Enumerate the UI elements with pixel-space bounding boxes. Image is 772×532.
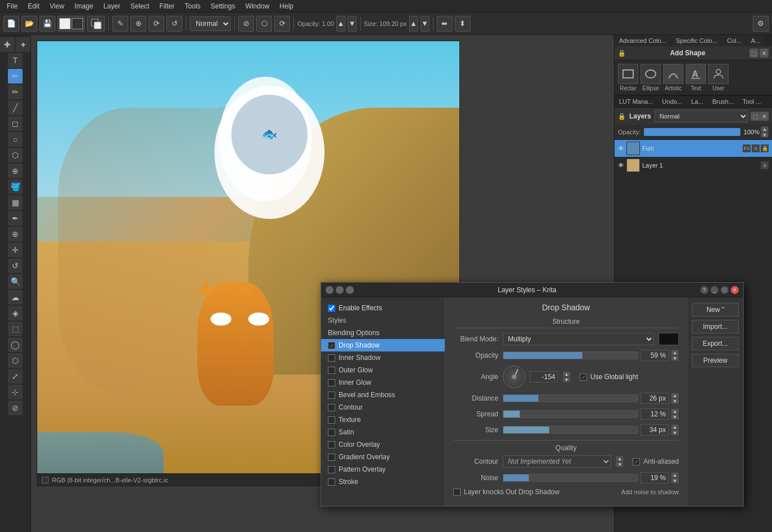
close-panel-btn[interactable]: ✕ — [760, 49, 769, 58]
polygon-tool[interactable]: ⬡ — [8, 148, 23, 162]
mirror-h-btn[interactable]: ⬌ — [437, 16, 453, 32]
layer-knocks-checkbox[interactable] — [453, 489, 460, 496]
noise-spin-up[interactable]: ▲ — [671, 472, 679, 478]
contour-item[interactable]: Contour — [321, 401, 445, 414]
layers-close-btn[interactable]: ✕ — [760, 112, 769, 121]
texture-item[interactable]: Texture — [321, 414, 445, 426]
import-button[interactable]: Import... — [692, 320, 739, 333]
bevel-emboss-check[interactable] — [328, 392, 335, 399]
tool-btn-2[interactable]: ✎ — [112, 16, 128, 32]
blend-mode-select[interactable]: Normal — [190, 16, 231, 31]
settings-btn[interactable]: ⚙ — [753, 16, 769, 32]
ellipse-tool[interactable]: ○ — [8, 132, 23, 147]
move-tool[interactable]: ✛ — [8, 243, 23, 257]
la-tab[interactable]: La... — [687, 96, 708, 107]
brush-tab[interactable]: Brush... — [708, 96, 738, 107]
dialog-circle-btn2[interactable] — [336, 286, 344, 294]
opacity-slider-dialog[interactable] — [503, 351, 638, 359]
gradient-overlay-check[interactable] — [328, 454, 335, 461]
pan-tool[interactable]: ☁ — [8, 290, 23, 305]
lock-layer-icon[interactable]: 🔒 — [761, 144, 769, 152]
float-btn[interactable]: ⬚ — [749, 49, 758, 58]
smart-patch-tool[interactable]: ◈ — [8, 306, 23, 320]
blend-color-swatch[interactable] — [659, 333, 679, 345]
contour-check[interactable] — [328, 404, 335, 411]
drop-shadow-check[interactable] — [328, 342, 335, 349]
mirror-v-btn[interactable]: ⬍ — [455, 16, 471, 32]
spread-spin-down[interactable]: ▼ — [671, 414, 679, 420]
selection-ellipse[interactable]: ◯ — [8, 337, 23, 352]
assistant-tool[interactable]: ⊹ — [8, 385, 23, 399]
text-shape-tool[interactable]: A Text — [686, 64, 706, 91]
alpha-icon[interactable]: α — [752, 144, 760, 152]
menu-layer[interactable]: Layer — [99, 1, 125, 11]
blend-mode-select-dialog[interactable]: Multiply — [503, 333, 654, 345]
preserve-alpha-btn[interactable]: ⬡ — [256, 16, 272, 32]
bevel-emboss-item[interactable]: Bevel and Emboss — [321, 389, 445, 401]
col-tab[interactable]: Col... — [722, 35, 746, 46]
new-doc-button[interactable]: 📄 — [3, 16, 19, 32]
layers-float-btn[interactable]: ⬚ — [751, 112, 760, 121]
export-button[interactable]: Export... — [692, 337, 739, 350]
layer-1[interactable]: 👁 Layer 1 α — [615, 157, 772, 174]
angle-spin-up[interactable]: ▲ — [563, 371, 571, 377]
brush-preset-btn[interactable] — [58, 16, 85, 32]
outer-glow-check[interactable] — [328, 367, 335, 374]
opacity-up[interactable]: ▲ — [336, 16, 345, 32]
size-spin-down[interactable]: ▼ — [671, 430, 679, 436]
menu-file[interactable]: File — [2, 1, 22, 11]
open-button[interactable]: 📂 — [21, 16, 37, 32]
menu-image[interactable]: Image — [70, 1, 98, 11]
eraser-tool[interactable]: ✏ — [8, 85, 23, 99]
use-global-light-checkbox[interactable] — [580, 373, 587, 381]
noise-slider[interactable] — [503, 474, 638, 482]
noise-spin-down[interactable]: ▼ — [671, 478, 679, 483]
tool-tab[interactable]: Tool ... — [738, 96, 765, 107]
contour-spin-down[interactable]: ▼ — [616, 461, 624, 467]
specific-color-tab[interactable]: Specific Colo... — [672, 35, 722, 46]
angle-spin-down[interactable]: ▼ — [563, 377, 571, 382]
size-spin-up[interactable]: ▲ — [671, 424, 679, 430]
preview-button[interactable]: Preview — [692, 354, 739, 367]
selection-rect[interactable]: ⬚ — [8, 322, 23, 336]
dist-spin-down[interactable]: ▼ — [671, 398, 679, 404]
inner-shadow-check[interactable] — [328, 354, 335, 362]
dialog-max-btn[interactable]: □ — [721, 286, 729, 294]
size-slider[interactable] — [503, 426, 638, 434]
dialog-min-btn[interactable]: _ — [710, 286, 718, 294]
rotate-tool[interactable]: ↺ — [8, 258, 23, 273]
dialog-circle-btn1[interactable] — [326, 286, 334, 294]
distance-slider[interactable] — [503, 394, 638, 402]
satin-item[interactable]: Satin — [321, 426, 445, 438]
dialog-circle-btn3[interactable] — [346, 286, 354, 294]
crop-tool[interactable]: ⊕ — [8, 227, 23, 241]
reference-tool[interactable]: ⊘ — [8, 401, 23, 415]
zoom-tool[interactable]: 🔍 — [8, 274, 23, 289]
enable-effects-row[interactable]: Enable Effects — [321, 302, 445, 314]
wrap-btn[interactable]: ⟳ — [274, 16, 290, 32]
color-overlay-item[interactable]: Color Overlay — [321, 438, 445, 451]
menu-edit[interactable]: Edit — [23, 1, 44, 11]
spread-slider[interactable] — [503, 410, 638, 418]
tool-btn-5[interactable]: ↺ — [166, 16, 182, 32]
dialog-help-btn[interactable]: ? — [700, 286, 708, 294]
opacity-spin-up[interactable]: ▲ — [671, 350, 679, 355]
inner-shadow-item[interactable]: Inner Shadow — [321, 351, 445, 364]
size-down[interactable]: ▼ — [420, 16, 429, 32]
advanced-color-tab[interactable]: Advanced Colo... — [615, 35, 671, 46]
outer-glow-item[interactable]: Outer Glow — [321, 364, 445, 376]
pattern-overlay-check[interactable] — [328, 466, 335, 473]
contour-spin-up[interactable]: ▲ — [616, 456, 624, 461]
pattern-overlay-item[interactable]: Pattern Overlay — [321, 463, 445, 476]
color-settings-btn[interactable] — [87, 16, 105, 32]
blending-options-item[interactable]: Blending Options — [321, 327, 445, 339]
angle-widget[interactable] — [503, 366, 525, 388]
tool-btn-4[interactable]: ⟳ — [148, 16, 164, 32]
spread-spin-up[interactable]: ▲ — [671, 408, 679, 414]
artistic-shape-tool[interactable]: Artistic — [663, 64, 683, 91]
color-pick-tool[interactable]: ✒ — [8, 211, 23, 226]
lut-tab[interactable]: LUT Mana... — [615, 96, 657, 107]
cursor-tool[interactable]: ✚ — [0, 37, 15, 52]
text-tool[interactable]: T — [8, 53, 23, 68]
menu-tools[interactable]: Tools — [180, 1, 205, 11]
